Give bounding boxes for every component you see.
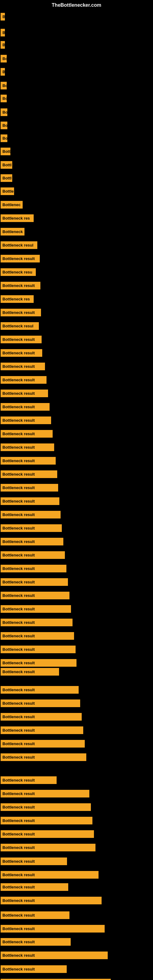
bottleneck-item: Bottleneck result [1, 524, 62, 532]
bottleneck-item: Bottleneck resul [1, 322, 39, 330]
bottleneck-label: Bo [1, 122, 7, 129]
bottleneck-label: Bottleneck result [1, 605, 71, 613]
bottleneck-label: Bottl [1, 174, 12, 182]
bottleneck-item: Bottleneck resu [1, 268, 36, 276]
bottleneck-label: Bottleneck result [1, 336, 41, 343]
bottleneck-item: Bottleneck result [1, 511, 61, 519]
bottleneck-label: Bottleneck result [1, 349, 42, 357]
bottleneck-label: Bottleneck result [1, 776, 57, 784]
bottleneck-label: Bottleneck result [1, 858, 67, 865]
bottleneck-label: Bo [1, 55, 7, 62]
bottleneck-label: Bottleneck result [1, 646, 76, 653]
bottleneck-item: Bottleneck resul [1, 241, 37, 249]
bottleneck-label: Bottleneck result [1, 713, 82, 721]
bottleneck-label: Bottleneck result [1, 565, 66, 573]
bottleneck-item: Bo [1, 82, 7, 89]
bottleneck-item: B [1, 41, 5, 49]
bottleneck-label: Bo [1, 95, 7, 102]
bottleneck-label: Bottleneck result [1, 470, 57, 478]
bottleneck-label: Bottleneck result [1, 578, 68, 586]
bottleneck-item: Bottleneck result [1, 776, 57, 784]
bottleneck-label: B [1, 41, 5, 49]
bottleneck-item: Bottleneck result [1, 938, 71, 946]
bottleneck-item: Bottleneck result [1, 817, 92, 824]
bottleneck-item: Bottleneck result [1, 883, 68, 891]
bottleneck-label: Bottleneck result [1, 524, 62, 532]
bottleneck-item: Bottleneck result [1, 979, 111, 980]
bottleneck-label: Bottleneck result [1, 726, 83, 734]
bottleneck-item: B [1, 13, 5, 21]
bottleneck-label: Bottleneck result [1, 444, 54, 451]
bottleneck-item: Bottl [1, 161, 12, 169]
bottleneck-label: Bottleneck result [1, 871, 99, 879]
bottleneck-label: Bottleneck result [1, 938, 71, 946]
bottleneck-label: Bottleneck result [1, 700, 80, 707]
bottleneck-item: Bottleneck result [1, 790, 89, 797]
bottleneck-label: Bottleneck result [1, 538, 63, 546]
bottleneck-item: Bo [1, 55, 7, 62]
bottleneck-item: Bottleneck result [1, 925, 105, 932]
bottleneck-item: Bottleneck result [1, 605, 71, 613]
bottleneck-label: Bottleneck result [1, 390, 48, 397]
bottleneck-item: Bo [1, 134, 7, 142]
bottleneck-item: B [1, 29, 5, 37]
bottleneck-label: B [1, 13, 5, 21]
bottleneck-item: Bottleneck result [1, 668, 59, 676]
bottleneck-label: Bottleneck result [1, 686, 79, 694]
bottleneck-item: Bo [1, 95, 7, 102]
bottleneck-label: Bottleneck result [1, 309, 41, 317]
bottleneck-item: Bottleneck result [1, 551, 65, 559]
bottleneck-item: Bo [1, 108, 7, 116]
bottleneck-label: Bottleneck result [1, 790, 89, 797]
bottleneck-item: Bottleneck result [1, 538, 63, 546]
bottleneck-label: Bottleneck result [1, 844, 96, 851]
bottleneck-label: Bo [1, 134, 7, 142]
bottleneck-label: Bott [1, 148, 10, 155]
bottleneck-item: Bottleneck result [1, 965, 67, 973]
bottleneck-item: Bottleneck result [1, 497, 59, 505]
bottleneck-item: Bottleneck result [1, 403, 49, 411]
bottleneck-item: Bottleneck result [1, 871, 99, 879]
bottleneck-label: Bottleneck result [1, 668, 59, 676]
items-container: BBBBoBBoBoBoBoBoBottBottlBottlBottleBott… [0, 10, 153, 978]
bottleneck-item: Bottleneck result [1, 830, 94, 838]
bottleneck-item: Bottleneck result [1, 376, 46, 384]
bottleneck-label: Bottleneck result [1, 883, 68, 891]
bottleneck-label: Bottleneck result [1, 897, 102, 904]
bottleneck-item: B [1, 68, 5, 76]
bottleneck-label: Bottleneck [1, 228, 24, 235]
bottleneck-item: Bottleneck result [1, 336, 41, 343]
bottleneck-item: Bottleneck result [1, 417, 51, 424]
bottleneck-item: Bottleneck result [1, 363, 45, 370]
bottleneck-label: Bottleneck result [1, 457, 56, 465]
bottleneck-label: Bottleneck result [1, 282, 40, 290]
bottleneck-item: Bottleneck res [1, 215, 33, 222]
bottleneck-label: Bottleneck result [1, 592, 70, 599]
bottleneck-label: Bottleneck result [1, 951, 108, 959]
bottleneck-item: Bottle [1, 188, 14, 195]
bottleneck-label: Bottleneck result [1, 925, 105, 932]
bottleneck-item: Bottleneck result [1, 686, 79, 694]
bottleneck-item: Bottlenec [1, 201, 22, 208]
bottleneck-item: Bottleneck result [1, 578, 68, 586]
bottleneck-label: Bottleneck res [1, 295, 33, 303]
bottleneck-item: Bottleneck result [1, 897, 102, 904]
bottleneck-item: Bottleneck result [1, 726, 83, 734]
bottleneck-label: Bottleneck result [1, 632, 74, 640]
bottleneck-item: Bott [1, 148, 10, 155]
bottleneck-item: Bottleneck result [1, 858, 67, 865]
bottleneck-label: Bottleneck result [1, 403, 49, 411]
bottleneck-item: Bottleneck result [1, 255, 40, 262]
bottleneck-item: Bottleneck result [1, 390, 48, 397]
bottleneck-item: Bottleneck result [1, 484, 58, 492]
bottleneck-item: Bottleneck result [1, 619, 73, 626]
bottleneck-item: Bottleneck res [1, 295, 33, 303]
bottleneck-label: Bottleneck result [1, 817, 92, 824]
bottleneck-label: Bottl [1, 161, 12, 169]
bottleneck-label: Bottlenec [1, 201, 22, 208]
bottleneck-label: B [1, 68, 5, 76]
bottleneck-label: Bottleneck result [1, 619, 73, 626]
bottleneck-label: Bottleneck result [1, 659, 76, 667]
bottleneck-label: Bottleneck resu [1, 268, 36, 276]
bottleneck-item: Bottleneck result [1, 659, 76, 667]
